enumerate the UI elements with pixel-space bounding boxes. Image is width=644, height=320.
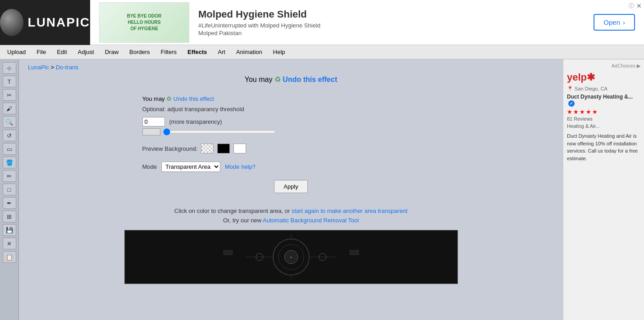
info-text-1: Click on color to change transparent are… xyxy=(174,207,290,214)
ad-info-icon[interactable]: ⓘ xyxy=(629,2,634,10)
close-tool[interactable]: ✕ xyxy=(3,238,16,249)
slider-left-box xyxy=(142,128,160,135)
info-line-1: Click on color to change transparent are… xyxy=(174,207,407,216)
menu-help[interactable]: Help xyxy=(268,47,291,57)
ad-subtitle: #LifeUninterrupted with Molped Hygiene S… xyxy=(198,22,585,29)
verified-badge-icon: ✓ xyxy=(568,100,575,107)
logo-area: LUNAPIC xyxy=(0,0,90,45)
breadcrumb-home[interactable]: LunaPic xyxy=(28,64,49,71)
logo-text: LUNAPIC xyxy=(28,15,90,30)
menu-file[interactable]: File xyxy=(31,47,51,57)
breadcrumb-separator: > xyxy=(49,64,56,71)
content-area: LunaPic > Do-trans You may ♻ Undo this e… xyxy=(19,59,563,320)
fill-tool[interactable]: ↺ xyxy=(3,130,16,141)
stamp-tool[interactable]: □ xyxy=(3,184,16,195)
main-notice-prefix: You may xyxy=(245,76,273,83)
ad-open-chevron: › xyxy=(623,18,625,26)
slider-row xyxy=(142,128,440,135)
preview-bg-black[interactable] xyxy=(217,144,230,153)
effect-panel: You may ♻ Undo this effect Optional: adj… xyxy=(133,91,449,207)
menu-borders[interactable]: Borders xyxy=(124,47,155,57)
menu-effects[interactable]: Effects xyxy=(182,47,212,57)
threshold-note: (more transparency) xyxy=(169,118,222,125)
yelp-logo: yelp✱ xyxy=(567,72,640,83)
preview-bg-row: Preview Background: xyxy=(142,144,440,153)
breadcrumb-current[interactable]: Do-trans xyxy=(56,64,78,71)
apply-row: Apply xyxy=(142,180,440,193)
crop-tool[interactable]: ▭ xyxy=(3,143,16,155)
bucket-tool[interactable]: 🪣 xyxy=(3,157,16,168)
image-preview-inner: ● xyxy=(125,230,457,284)
sidebar-category: Heating & Air... xyxy=(567,123,640,129)
main-layout: ⊹ T ✂ 🖌 🔍 ↺ ▭ 🪣 ✏ □ ✒ ⊞ 💾 ✕ 📋 LunaPic > … xyxy=(0,59,644,320)
svg-rect-11 xyxy=(350,250,359,255)
text-tool[interactable]: T xyxy=(3,76,16,87)
menu-upload[interactable]: Upload xyxy=(2,47,31,57)
ad-brand: Molped Pakistan xyxy=(198,30,585,36)
info-line-2: Or, try our new Automatic Background Rem… xyxy=(174,216,407,225)
menu-adjust[interactable]: Adjust xyxy=(73,47,100,57)
breadcrumb: LunaPic > Do-trans xyxy=(28,64,78,71)
left-toolbar: ⊹ T ✂ 🖌 🔍 ↺ ▭ 🪣 ✏ □ ✒ ⊞ 💾 ✕ 📋 xyxy=(0,59,19,320)
preview-bg-checker[interactable] xyxy=(201,144,214,153)
main-undo-link[interactable]: Undo this effect xyxy=(283,76,337,83)
menu-bar: Upload File Edit Adjust Draw Borders Fil… xyxy=(0,45,644,59)
mode-help-link[interactable]: Mode help? xyxy=(225,163,256,170)
ad-image: BYE BYE ODORHELLO HOURSOF HYGIENE xyxy=(99,2,189,43)
preview-bg-label: Preview Background: xyxy=(142,145,198,152)
menu-animation[interactable]: Animation xyxy=(231,47,268,57)
apply-button[interactable]: Apply xyxy=(274,180,308,193)
ad-choices-label: AdChoices ▶ xyxy=(567,63,640,69)
ad-bar: LUNAPIC BYE BYE ODORHELLO HOURSOF HYGIEN… xyxy=(0,0,644,45)
mode-select[interactable]: Transparent Area Solid Area Auto Detect xyxy=(161,162,220,172)
info-text: Click on color to change transparent are… xyxy=(174,207,407,225)
sidebar-stars: ★ ★ ★ ★ ★ xyxy=(567,108,640,115)
undo-icon: ♻ xyxy=(166,95,174,102)
paint-tool[interactable]: 🖌 xyxy=(3,103,16,114)
undo-prefix: You may xyxy=(142,95,165,102)
menu-edit[interactable]: Edit xyxy=(51,47,72,57)
main-undo-icon: ♻ xyxy=(274,76,281,83)
info-link-1[interactable]: start again to make another area transpa… xyxy=(292,207,407,214)
threshold-input[interactable] xyxy=(142,117,165,126)
sidebar-reviews: 81 Reviews xyxy=(567,116,640,122)
zoom-tool[interactable]: 🔍 xyxy=(3,116,16,128)
logo-circle xyxy=(0,9,23,36)
optional-label: Optional: adjust transparancy threshold xyxy=(142,106,440,113)
star-3: ★ xyxy=(580,108,585,115)
ad-open-label: Open xyxy=(603,18,620,26)
menu-art[interactable]: Art xyxy=(212,47,231,57)
image-preview[interactable]: ● xyxy=(124,230,458,284)
save-tool[interactable]: 💾 xyxy=(3,224,16,236)
brush-tool[interactable]: ✏ xyxy=(3,170,16,182)
sidebar-location: 📍 San Diego, CA xyxy=(567,86,640,92)
cut-tool[interactable]: ✂ xyxy=(3,89,16,101)
preview-bg-white[interactable] xyxy=(233,144,246,153)
right-sidebar: AdChoices ▶ yelp✱ 📍 San Diego, CA Duct D… xyxy=(563,59,644,320)
ad-open-button[interactable]: Open › xyxy=(594,14,635,31)
undo-link[interactable]: Undo this effect xyxy=(174,95,214,102)
menu-filters[interactable]: Filters xyxy=(155,47,182,57)
info-text-2: Or, try our new xyxy=(223,217,261,224)
clipboard-tool[interactable]: 📋 xyxy=(3,251,16,263)
pen-tool[interactable]: ✒ xyxy=(3,197,16,209)
threshold-slider[interactable] xyxy=(163,128,276,135)
star-2: ★ xyxy=(573,108,579,115)
ad-close-icon[interactable]: ✕ xyxy=(636,2,642,9)
layer-tool[interactable]: ⊞ xyxy=(3,211,16,222)
mode-row: Mode Transparent Area Solid Area Auto De… xyxy=(142,162,440,172)
ad-text-area: Molped Hygiene Shield #LifeUninterrupted… xyxy=(189,9,585,36)
threshold-row: (more transparency) xyxy=(142,117,440,126)
mode-label: Mode xyxy=(142,163,157,170)
svg-rect-10 xyxy=(224,250,233,255)
svg-text:●: ● xyxy=(290,255,292,259)
sidebar-biz-name: Duct Dynasty Heating &... ✓ xyxy=(567,94,640,107)
preview-svg: ● xyxy=(133,232,449,282)
ad-content: BYE BYE ODORHELLO HOURSOF HYGIENE Molped… xyxy=(90,0,644,45)
select-tool[interactable]: ⊹ xyxy=(3,62,16,74)
info-link-2[interactable]: Automatic Background Removal Tool xyxy=(263,217,359,224)
star-5: ★ xyxy=(592,108,598,115)
sidebar-description: Duct Dynasty Heating and Air is now offe… xyxy=(567,132,640,162)
menu-draw[interactable]: Draw xyxy=(100,47,124,57)
sidebar-ad-content: yelp✱ 📍 San Diego, CA Duct Dynasty Heati… xyxy=(567,72,640,162)
